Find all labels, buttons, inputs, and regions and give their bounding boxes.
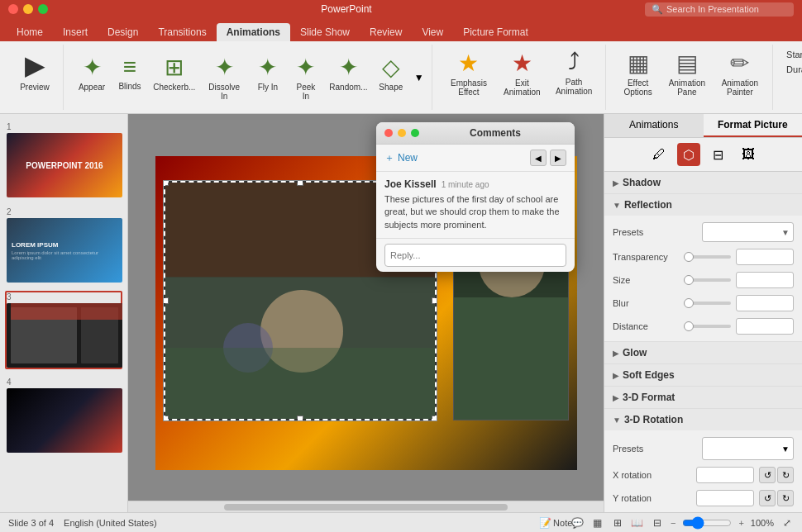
reading-view-button[interactable]: 📖 <box>631 516 644 530</box>
handle-br[interactable] <box>432 416 437 420</box>
slide-thumb-4[interactable]: 4 <box>5 376 122 454</box>
zoom-slider[interactable] <box>682 516 732 530</box>
size-thumb[interactable] <box>684 275 694 285</box>
x-rotation-input[interactable]: 0° <box>696 467 754 483</box>
maximize-button[interactable] <box>38 4 48 14</box>
3d-rotation-header[interactable]: ▼ 3-D Rotation <box>604 409 802 430</box>
animation-flyin[interactable]: ✦ Fly In <box>250 50 286 104</box>
search-bar[interactable]: 🔍 Search In Presentation <box>645 2 794 17</box>
animation-peekin[interactable]: ✦ Peek In <box>288 50 324 104</box>
horizontal-scrollbar[interactable] <box>128 501 604 512</box>
format-effects-icon-btn[interactable]: ⬡ <box>677 143 700 166</box>
scroll-thumb[interactable] <box>224 504 508 511</box>
blur-thumb[interactable] <box>684 298 694 308</box>
size-slider[interactable] <box>684 278 731 282</box>
blur-input[interactable] <box>736 295 794 311</box>
handle-tm[interactable] <box>297 181 303 186</box>
distance-row: Distance <box>613 318 794 335</box>
zoom-minus[interactable]: − <box>671 518 675 528</box>
tab-slideshow[interactable]: Slide Show <box>290 23 360 41</box>
format-layout-icon-btn[interactable]: ⊟ <box>707 143 730 166</box>
prev-comment-button[interactable]: ◀ <box>530 150 547 166</box>
animation-dissolve[interactable]: ✦ Dissolve In <box>201 50 248 104</box>
tab-design[interactable]: Design <box>98 23 148 41</box>
slide-view-button[interactable]: ▦ <box>591 516 604 530</box>
animation-random[interactable]: ✦ Random... <box>326 50 371 104</box>
handle-bl[interactable] <box>164 416 169 420</box>
tab-picture-format[interactable]: Picture Format <box>453 23 538 41</box>
animation-appear[interactable]: ✦ Appear <box>74 50 110 104</box>
distance-input[interactable] <box>736 318 794 335</box>
animation-checker[interactable]: ⊞ Checkerb... <box>150 50 199 104</box>
blur-label: Blur <box>613 298 679 308</box>
animation-more-arrow[interactable]: ▼ <box>413 72 426 83</box>
reflection-presets-select[interactable]: ▼ <box>702 222 795 242</box>
reply-input[interactable] <box>384 244 566 267</box>
minimize-button[interactable] <box>23 4 33 14</box>
tab-insert[interactable]: Insert <box>53 23 98 41</box>
slide-thumb-1[interactable]: 1 POWERPOINT 2016 <box>5 121 122 199</box>
path-animation-button[interactable]: ⤴ Path Animation <box>549 46 599 99</box>
preview-button[interactable]: ▶ Preview <box>13 46 56 95</box>
transparency-slider[interactable] <box>684 255 731 259</box>
slide-thumb-2[interactable]: 2 LOREM IPSUM Lorem ipsum dolor sit amet… <box>5 206 122 284</box>
dialog-maximize[interactable] <box>411 129 419 137</box>
y-rotation-input[interactable]: 0° <box>696 490 754 506</box>
handle-bm[interactable] <box>297 416 303 420</box>
exit-animation-button[interactable]: ★ Exit Animation <box>499 46 547 100</box>
close-button[interactable] <box>8 4 18 14</box>
slideshow-icon: ⊟ <box>653 517 661 529</box>
3d-presets-select[interactable]: ▼ <box>702 437 795 460</box>
distance-slider[interactable] <box>684 325 731 328</box>
handle-ml[interactable] <box>164 297 169 304</box>
tab-home[interactable]: Home <box>7 23 53 41</box>
reading-icon: 📖 <box>631 517 643 529</box>
size-input[interactable] <box>736 272 794 288</box>
handle-mr[interactable] <box>432 297 437 304</box>
x-rotate-ccw[interactable]: ↺ <box>759 467 776 483</box>
dialog-close[interactable] <box>384 129 393 137</box>
fit-window-button[interactable]: ⤢ <box>781 516 794 530</box>
next-comment-button[interactable]: ▶ <box>550 150 566 166</box>
grid-view-button[interactable]: ⊞ <box>611 516 624 530</box>
slide-num-4: 4 <box>7 378 121 387</box>
distance-thumb[interactable] <box>684 321 694 331</box>
emphasis-effect-button[interactable]: ★ Emphasis Effect <box>442 46 494 100</box>
format-fill-icon-btn[interactable]: 🖊 <box>647 143 671 166</box>
format-image-icon-btn[interactable]: 🖼 <box>737 143 760 166</box>
transparency-thumb[interactable] <box>684 252 694 262</box>
new-comment-button[interactable]: ＋ New <box>384 151 418 165</box>
blur-slider[interactable] <box>684 302 731 305</box>
y-rotate-cw[interactable]: ↻ <box>777 490 794 506</box>
tab-transitions[interactable]: Transitions <box>148 23 216 41</box>
soft-edges-header[interactable]: ▶ Soft Edges <box>604 364 802 386</box>
reflection-section: ▼ Reflection Presets ▼ Transparency <box>604 194 802 342</box>
animation-pane-button[interactable]: ▤ Animation Pane <box>663 46 711 100</box>
slideshow-button[interactable]: ⊟ <box>651 516 664 530</box>
3d-format-header[interactable]: ▶ 3-D Format <box>604 387 802 408</box>
tab-animations-panel[interactable]: Animations <box>604 114 704 137</box>
reflection-presets-label: Presets <box>613 227 697 237</box>
animation-painter-button[interactable]: ✏ Animation Painter <box>714 46 766 100</box>
notes-button[interactable]: 📝 Notes <box>551 516 565 530</box>
slide-thumb-3[interactable]: 3 <box>5 291 122 369</box>
tab-animations[interactable]: Animations <box>217 23 290 41</box>
x-rotate-cw[interactable]: ↻ <box>777 467 794 483</box>
comments-button[interactable]: 💬 <box>571 516 585 530</box>
tab-format-picture[interactable]: Format Picture <box>704 114 803 137</box>
transparency-input[interactable] <box>736 249 794 265</box>
animation-shape[interactable]: ◇ Shape <box>373 50 409 104</box>
tab-view[interactable]: View <box>412 23 453 41</box>
handle-tl[interactable] <box>164 181 169 186</box>
status-right: 📝 Notes 💬 ▦ ⊞ 📖 ⊟ − + 100% ⤢ <box>551 516 794 530</box>
animation-blinds[interactable]: ≡ Blinds <box>112 50 148 104</box>
y-rotate-ccw[interactable]: ↺ <box>759 490 776 506</box>
glow-header[interactable]: ▶ Glow <box>604 342 802 363</box>
tab-review[interactable]: Review <box>360 23 412 41</box>
reflection-header[interactable]: ▼ Reflection <box>604 194 802 216</box>
effect-options-button[interactable]: ▦ Effect Options <box>616 46 660 100</box>
shadow-header[interactable]: ▶ Shadow <box>604 172 802 193</box>
dialog-minimize[interactable] <box>398 129 406 137</box>
glow-arrow: ▶ <box>613 349 619 358</box>
zoom-plus[interactable]: + <box>738 518 743 528</box>
